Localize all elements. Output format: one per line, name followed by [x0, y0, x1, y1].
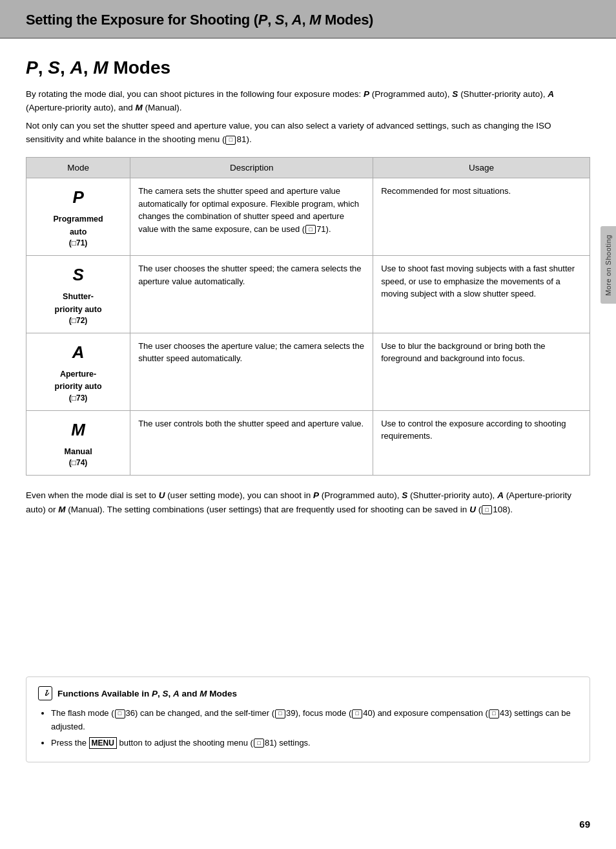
- ref-icon-p71: □: [305, 225, 316, 234]
- table-header-mode: Mode: [26, 158, 130, 178]
- ref-icon-40: □: [352, 709, 362, 718]
- ref-icon-43: □: [489, 709, 499, 718]
- section-title: P, S, A, M Modes: [26, 57, 590, 79]
- usage-cell-s: Use to shoot fast moving subjects with a…: [373, 256, 590, 333]
- desc-cell-p: The camera sets the shutter speed and ap…: [130, 178, 373, 256]
- table-row: M Manual(□74) The user controls both the…: [26, 410, 590, 475]
- desc-cell-s: The user chooses the shutter speed; the …: [130, 256, 373, 333]
- list-item: The flash mode (□36) can be changed, and…: [51, 707, 578, 734]
- mode-symbol-p: P: [34, 185, 122, 210]
- mode-name-s: Shutter-priority auto(□72): [34, 292, 122, 326]
- note-header: 𝓵 Functions Available in P, S, A and M M…: [38, 686, 578, 700]
- desc-cell-a: The user chooses the aperture value; the…: [130, 333, 373, 410]
- mode-cell-a: A Aperture-priority auto(□73): [26, 333, 130, 410]
- page-title: Setting the Exposure for Shooting (P, S,…: [26, 12, 590, 28]
- menu-label: MENU: [89, 737, 117, 749]
- ref-icon-36: □: [115, 709, 125, 718]
- table-row: P Programmedauto(□71) The camera sets th…: [26, 178, 590, 256]
- ref-icon-81: □: [225, 136, 236, 145]
- table-row: A Aperture-priority auto(□73) The user c…: [26, 333, 590, 410]
- side-tab: More on Shooting: [601, 226, 616, 304]
- table-row: S Shutter-priority auto(□72) The user ch…: [26, 256, 590, 333]
- usage-cell-p: Recommended for most situations.: [373, 178, 590, 256]
- desc-cell-m: The user controls both the shutter speed…: [130, 410, 373, 475]
- main-content: P, S, A, M Modes By rotating the mode di…: [0, 39, 616, 786]
- mode-cell-m: M Manual(□74): [26, 410, 130, 475]
- modes-table: Mode Description Usage P Programmedauto(…: [26, 157, 590, 476]
- note-list: The flash mode (□36) can be changed, and…: [38, 707, 578, 749]
- mode-symbol-s: S: [34, 262, 122, 288]
- mode-cell-s: S Shutter-priority auto(□72): [26, 256, 130, 333]
- intro-paragraph-2: Not only can you set the shutter speed a…: [26, 120, 590, 147]
- mode-name-a: Aperture-priority auto(□73): [34, 370, 122, 404]
- spacer: [26, 529, 590, 658]
- table-header-description: Description: [130, 158, 373, 178]
- ref-icon-39: □: [275, 709, 285, 718]
- usage-cell-m: Use to control the exposure according to…: [373, 410, 590, 475]
- list-item: Press the MENU button to adjust the shoo…: [51, 737, 578, 750]
- mode-symbol-m: M: [34, 417, 122, 443]
- page-container: Setting the Exposure for Shooting (P, S,…: [0, 0, 616, 849]
- mode-name-p: Programmedauto(□71): [34, 215, 122, 249]
- ref-icon-81b: □: [254, 739, 264, 748]
- mode-cell-p: P Programmedauto(□71): [26, 178, 130, 256]
- side-tab-label: More on Shooting: [604, 235, 612, 296]
- intro-paragraph-1: By rotating the mode dial, you can shoot…: [26, 88, 590, 115]
- note-title: Functions Available in P, S, A and M Mod…: [57, 689, 237, 698]
- mode-symbol-a: A: [34, 340, 122, 365]
- table-header-usage: Usage: [373, 158, 590, 178]
- bottom-paragraph: Even when the mode dial is set to U (use…: [26, 488, 590, 516]
- note-icon: 𝓵: [38, 686, 52, 700]
- mode-name-m: Manual(□74): [34, 447, 122, 468]
- page-number: 69: [579, 819, 590, 830]
- ref-icon-108: □: [482, 505, 492, 514]
- note-box: 𝓵 Functions Available in P, S, A and M M…: [26, 676, 590, 762]
- header-bar: Setting the Exposure for Shooting (P, S,…: [0, 0, 616, 39]
- usage-cell-a: Use to blur the background or bring both…: [373, 333, 590, 410]
